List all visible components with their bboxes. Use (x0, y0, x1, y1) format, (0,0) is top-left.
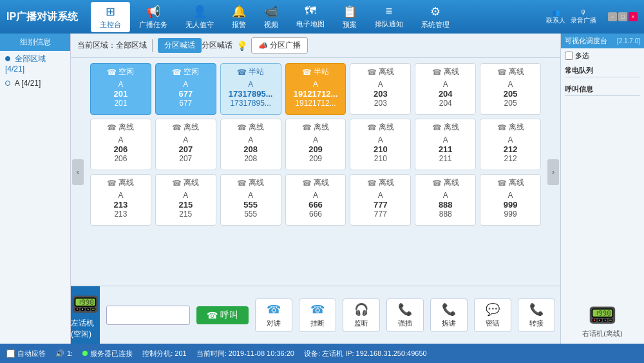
card-num2: 555 (244, 210, 257, 219)
server-status: 服务器已连接 (82, 349, 133, 358)
nav-alarm-label: 报警 (232, 20, 246, 30)
nav-main[interactable]: ⊞ 主控台 (91, 2, 130, 32)
action-icon-0: ☎ (267, 302, 281, 317)
contact-btn[interactable]: 👥 联系人 (546, 9, 565, 25)
card-header: ☎ 半站 (223, 66, 278, 77)
card-num2: 215 (179, 210, 192, 219)
device-card-1-1[interactable]: ☎ 离线 A 207 207 (155, 119, 216, 170)
nav-main-label: 主控台 (100, 20, 121, 30)
nav-right: 👥 联系人 🎙 录音广播 − □ × (546, 9, 638, 25)
contact-icon: 👥 (552, 9, 560, 16)
phone-icon: ☎ (367, 68, 377, 77)
device-card-2-0[interactable]: ☎ 离线 A 213 213 (90, 174, 151, 226)
grid-row-2: ☎ 离线 A 213 213 ☎ 离线 A 215 215 ☎ 离线 (90, 174, 541, 226)
record-icon: 📋 (343, 5, 357, 19)
card-num1: 215 (178, 200, 193, 210)
call-button[interactable]: ☎ 呼叫 (196, 306, 249, 324)
scroll-left-btn[interactable]: ‹ (72, 159, 84, 185)
device-card-1-4[interactable]: ☎ 离线 A 210 210 (350, 119, 411, 170)
nav-video[interactable]: 📹 视频 (255, 2, 287, 32)
auto-answer-label: 自动应答 (17, 349, 46, 358)
device-grid: ☎ 空闲 A 201 201 ☎ 空闲 A 677 677 ☎ 半站 (76, 63, 555, 226)
auto-answer-checkbox[interactable] (6, 349, 15, 358)
sidebar-item-all[interactable]: 全部区域 [4/21] (0, 51, 70, 76)
card-status-text: 离线 (444, 122, 459, 133)
action-btn-拆讲[interactable]: 📞 拆讲 (430, 299, 468, 332)
card-num2: 212 (504, 154, 517, 163)
card-num2: 209 (309, 154, 322, 163)
device-card-2-1[interactable]: ☎ 离线 A 215 215 (155, 174, 216, 226)
device-card-2-6[interactable]: ☎ 离线 A 999 999 (480, 174, 541, 226)
phone-icon: ☎ (237, 68, 247, 77)
close-btn[interactable]: × (629, 12, 638, 21)
device-card-0-5[interactable]: ☎ 离线 A 204 204 (415, 63, 476, 115)
card-status-text: 离线 (379, 177, 394, 188)
nav-guard[interactable]: 👤 无人值守 (176, 2, 223, 32)
device-card-0-2[interactable]: ☎ 半站 A 17317895... 17317895... (220, 63, 281, 115)
card-status-text: 离线 (314, 177, 329, 188)
nav-notify[interactable]: ≡ 排队通知 (366, 2, 412, 32)
device-card-2-5[interactable]: ☎ 离线 A 888 888 (415, 174, 476, 226)
maximize-btn[interactable]: □ (618, 12, 627, 21)
card-name: A (378, 80, 383, 89)
multi-select-input[interactable] (565, 52, 573, 60)
card-num1: 555 (243, 200, 258, 210)
nav-map[interactable]: 🗺 电子地图 (287, 2, 334, 32)
device-card-2-4[interactable]: ☎ 离线 A 777 777 (350, 174, 411, 226)
device-card-0-0[interactable]: ☎ 空闲 A 201 201 (90, 63, 151, 115)
nav-system-label: 系统管理 (421, 20, 450, 30)
phone-icon: ☎ (237, 179, 247, 188)
notify-icon: ≡ (386, 5, 393, 18)
action-icon-4: 📞 (442, 302, 456, 317)
phone-icon: ☎ (107, 68, 117, 77)
intercom-btn[interactable]: 分区喊话 (158, 38, 202, 53)
device-card-0-6[interactable]: ☎ 离线 A 205 205 (480, 63, 541, 115)
device-card-0-4[interactable]: ☎ 离线 A 203 203 (350, 63, 411, 115)
dial-input[interactable] (106, 306, 190, 325)
recording-btn[interactable]: 🎙 录音广播 (571, 9, 596, 25)
nav-video-label: 视频 (264, 20, 278, 30)
video-icon: 📹 (264, 5, 278, 19)
call-icon: ☎ (207, 310, 218, 320)
center-content: 当前区域：全部区域 分区喊话 分区喊话 💡 📣 分区广播 ‹ › ☎ 空闲 A … (71, 34, 560, 344)
device-card-1-0[interactable]: ☎ 离线 A 206 206 (90, 119, 151, 170)
device-card-1-5[interactable]: ☎ 离线 A 211 211 (415, 119, 476, 170)
action-buttons: ☎ 对讲 ☎ 挂断 🎧 监听 📞 强插 📞 拆讲 💬 密话 📞 转接 (255, 299, 555, 332)
scroll-right-btn[interactable]: › (547, 159, 559, 185)
nav-broadcast[interactable]: 📢 广播任务 (130, 2, 176, 32)
action-btn-挂断[interactable]: ☎ 挂断 (299, 299, 336, 332)
device-card-1-2[interactable]: ☎ 离线 A 208 208 (220, 119, 281, 170)
card-header: ☎ 离线 (158, 122, 213, 133)
multi-select-checkbox[interactable]: 多选 (561, 48, 644, 63)
device-card-2-2[interactable]: ☎ 离线 A 555 555 (220, 174, 281, 226)
device-card-0-3[interactable]: ☎ 半站 A 19121712... 19121712... (285, 63, 346, 115)
sidebar-item-a[interactable]: A [4/21] (0, 76, 70, 90)
system-icon: ⚙ (430, 5, 440, 19)
right-panel: 可视化调度台 [2.1.7.0] 多选 常电队列 呼叫信息 📟 右话机(离线) (560, 34, 644, 344)
broadcast-btn[interactable]: 📣 分区广播 (251, 37, 308, 54)
nav-record[interactable]: 📋 预案 (334, 2, 366, 32)
card-name: A (183, 80, 188, 89)
device-card-1-6[interactable]: ☎ 离线 A 212 212 (480, 119, 541, 170)
action-btn-监听[interactable]: 🎧 监听 (343, 299, 380, 332)
lamp-icon: 💡 (236, 41, 247, 51)
action-btn-密话[interactable]: 💬 密话 (474, 299, 511, 332)
nav-alarm[interactable]: 🔔 报警 (223, 2, 255, 32)
top-nav: IP广播对讲系统 ⊞ 主控台 📢 广播任务 👤 无人值守 🔔 报警 📹 视频 🗺… (0, 0, 644, 34)
card-header: ☎ 离线 (353, 177, 408, 188)
multi-select-label: 多选 (575, 51, 589, 61)
card-name: A (248, 135, 253, 144)
nav-system[interactable]: ⚙ 系统管理 (412, 2, 459, 32)
minimize-btn[interactable]: − (608, 12, 617, 21)
card-status-text: 离线 (184, 122, 199, 133)
action-btn-对讲[interactable]: ☎ 对讲 (255, 299, 292, 332)
card-header: ☎ 离线 (418, 122, 473, 133)
action-btn-转接[interactable]: 📞 转接 (518, 299, 555, 332)
device-card-2-3[interactable]: ☎ 离线 A 666 666 (285, 174, 346, 226)
card-status-text: 半站 (314, 66, 329, 77)
card-name: A (508, 191, 513, 200)
device-card-0-1[interactable]: ☎ 空闲 A 677 677 (155, 63, 216, 115)
device-card-1-3[interactable]: ☎ 离线 A 209 209 (285, 119, 346, 170)
action-btn-强插[interactable]: 📞 强插 (386, 299, 424, 332)
card-header: ☎ 半站 (289, 66, 343, 77)
